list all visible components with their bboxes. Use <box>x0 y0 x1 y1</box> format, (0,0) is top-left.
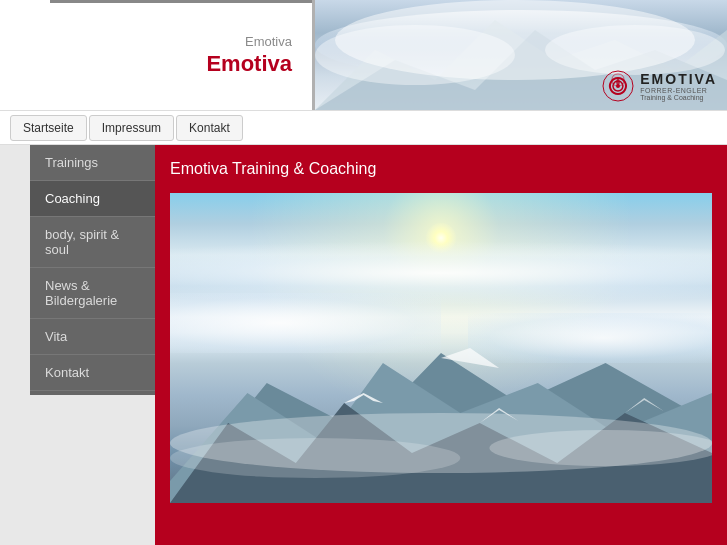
content-mountain-svg <box>170 303 712 503</box>
svg-point-17 <box>170 438 460 478</box>
logo-brand-name: EMOTIVA <box>640 71 717 87</box>
logo-spiral-icon <box>602 70 634 102</box>
header: Emotiva Emotiva <box>0 0 727 110</box>
sidebar-item-vita[interactable]: Vita <box>30 319 155 355</box>
main-content: Trainings Coaching body, spirit & soul N… <box>0 145 727 545</box>
header-mountain-bg: EMOTIVA FORRER-ENGLER Training & Coachin… <box>315 0 727 110</box>
svg-point-3 <box>315 25 515 85</box>
brand-subtitle: Emotiva <box>245 34 292 49</box>
svg-point-18 <box>489 430 712 466</box>
svg-point-4 <box>545 25 725 75</box>
sidebar-menu: Trainings Coaching body, spirit & soul N… <box>30 145 155 395</box>
brand-title: Emotiva <box>206 51 292 77</box>
sidebar-item-body-spirit-soul[interactable]: body, spirit & soul <box>30 217 155 268</box>
nav-impressum[interactable]: Impressum <box>89 115 174 141</box>
content-title: Emotiva Training & Coaching <box>170 160 712 178</box>
content-image <box>170 193 712 503</box>
nav-startseite[interactable]: Startseite <box>10 115 87 141</box>
logo-sub-name: FORRER-ENGLER <box>640 87 717 94</box>
sidebar-item-news[interactable]: News & Bildergalerie <box>30 268 155 319</box>
logo-overlay: EMOTIVA FORRER-ENGLER Training & Coachin… <box>602 70 717 102</box>
header-left: Emotiva Emotiva <box>0 0 315 110</box>
navbar: Startseite Impressum Kontakt <box>0 110 727 145</box>
logo-sub-desc: Training & Coaching <box>640 94 717 101</box>
sidebar-item-kontakt[interactable]: Kontakt <box>30 355 155 391</box>
sidebar-item-coaching[interactable]: Coaching <box>30 181 155 217</box>
nav-kontakt[interactable]: Kontakt <box>176 115 243 141</box>
sidebar: Trainings Coaching body, spirit & soul N… <box>0 145 155 545</box>
content-area: Emotiva Training & Coaching <box>155 145 727 545</box>
sidebar-item-trainings[interactable]: Trainings <box>30 145 155 181</box>
header-right: EMOTIVA FORRER-ENGLER Training & Coachin… <box>315 0 727 110</box>
logo-text-block: EMOTIVA FORRER-ENGLER Training & Coachin… <box>640 71 717 101</box>
